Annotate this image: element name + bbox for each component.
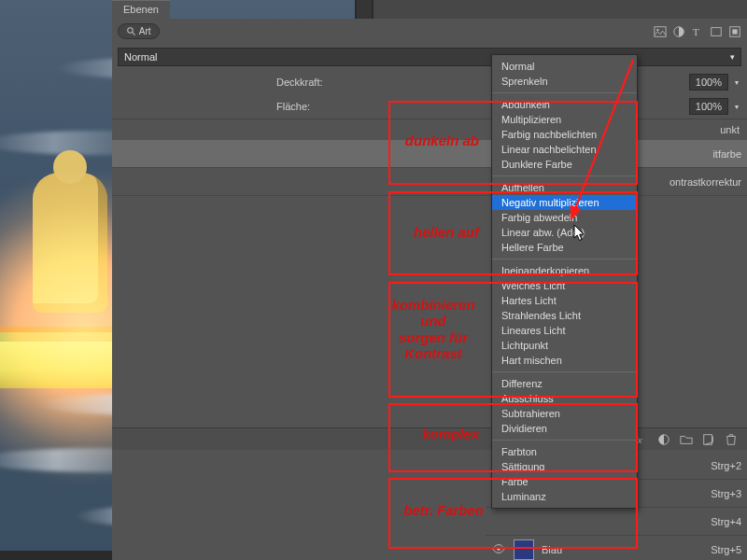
blend-mode-option[interactable]: Lineares Licht	[492, 323, 637, 338]
visibility-toggle[interactable]	[491, 542, 506, 557]
blend-mode-option[interactable]: Linear abw. (Add.)	[492, 225, 637, 240]
layers-filter-row: Art T	[112, 19, 747, 44]
svg-point-3	[656, 29, 658, 31]
blend-mode-option[interactable]: Luminanz	[492, 489, 637, 504]
blend-mode-option[interactable]: Hartes Licht	[492, 293, 637, 308]
blend-mode-option[interactable]: Lichtpunkt	[492, 338, 637, 353]
blend-mode-option[interactable]: Hellere Farbe	[492, 240, 637, 255]
blend-mode-option[interactable]: Strahlendes Licht	[492, 308, 637, 323]
blend-mode-option[interactable]: Farbe	[492, 474, 637, 489]
layer-filter-icons: T	[654, 25, 741, 38]
shape-filter-icon[interactable]	[710, 25, 723, 38]
trash-icon[interactable]	[725, 433, 738, 446]
blend-mode-option[interactable]: Linear nachbelichten	[492, 142, 637, 157]
blend-mode-dropdown[interactable]: Normal ▾	[118, 48, 741, 66]
channel-name: Blau	[542, 544, 711, 555]
blend-mode-option[interactable]: Dunklere Farbe	[492, 157, 637, 172]
blend-mode-option[interactable]: Negativ multiplizieren	[492, 195, 637, 210]
svg-rect-2	[655, 26, 666, 36]
layer-kind-filter[interactable]: Art	[118, 23, 160, 39]
opacity-value[interactable]: 100%	[689, 74, 728, 91]
blend-mode-option[interactable]: Sättigung	[492, 459, 637, 474]
layer-row[interactable]: ontrastkorrektur	[112, 168, 747, 196]
mouse-cursor-icon	[573, 224, 586, 243]
layers-panel-tab[interactable]: Ebenen	[112, 0, 170, 19]
opacity-stepper[interactable]: ▾	[732, 78, 741, 87]
search-icon	[126, 26, 136, 36]
fill-row: Fläche: 100% ▾	[112, 94, 747, 119]
layer-lock-row: unkt	[112, 119, 747, 140]
svg-point-12	[497, 547, 500, 551]
channel-shortcut: Strg+2	[711, 460, 741, 471]
svg-point-0	[128, 28, 134, 34]
new-layer-icon[interactable]	[702, 433, 715, 446]
blend-mode-option[interactable]: Farbig abwedeln	[492, 210, 637, 225]
fill-value[interactable]: 100%	[689, 98, 728, 115]
blend-mode-option[interactable]: Subtrahieren	[492, 406, 637, 421]
svg-rect-6	[712, 27, 722, 35]
blend-mode-option[interactable]: Hart mischen	[492, 353, 637, 368]
channel-row[interactable]: Blau Strg+5	[486, 536, 747, 560]
channel-shortcut: Strg+3	[711, 488, 741, 499]
layers-footer-icons: fx	[112, 427, 747, 450]
dropdown-caret-icon: ▾	[730, 52, 735, 62]
svg-line-1	[133, 33, 135, 35]
svg-text:T: T	[693, 26, 699, 37]
adjust-filter-icon[interactable]	[672, 25, 685, 38]
blend-mode-option[interactable]: Multiplizieren	[492, 112, 637, 127]
blend-mode-option[interactable]: Aufhellen	[492, 180, 637, 195]
mask-icon[interactable]	[657, 433, 670, 446]
eye-icon	[492, 542, 505, 555]
svg-rect-8	[732, 29, 737, 34]
blend-mode-menu[interactable]: Normal Sprenkeln Abdunkeln Multipliziere…	[491, 54, 638, 509]
blend-mode-option[interactable]: Weiches Licht	[492, 278, 637, 293]
channel-shortcut: Strg+5	[711, 544, 741, 555]
blend-mode-option[interactable]: Ineinanderkopieren	[492, 263, 637, 278]
type-filter-icon[interactable]: T	[691, 25, 704, 38]
layer-name: ontrastkorrektur	[118, 176, 741, 188]
lock-label-fragment: unkt	[720, 124, 740, 135]
blend-mode-option[interactable]: Sprenkeln	[492, 74, 637, 89]
fill-stepper[interactable]: ▾	[732, 103, 741, 111]
blend-mode-option[interactable]: Farbton	[492, 444, 637, 459]
layer-name: itfarbe	[118, 148, 741, 160]
smart-filter-icon[interactable]	[728, 25, 741, 38]
blend-mode-option[interactable]: Abdunkeln	[492, 97, 637, 112]
new-group-icon[interactable]	[680, 433, 693, 446]
blend-mode-value: Normal	[124, 51, 157, 63]
channel-shortcut: Strg+4	[711, 516, 741, 527]
blend-mode-option[interactable]: Dividieren	[492, 421, 637, 436]
blend-mode-option[interactable]: Farbig nachbelichten	[492, 127, 637, 142]
channel-thumb	[514, 539, 534, 560]
blend-mode-option[interactable]: Ausschluss	[492, 391, 637, 406]
layer-row[interactable]: itfarbe	[112, 140, 747, 168]
channel-row[interactable]: Strg+4	[486, 508, 747, 536]
layer-kind-label: Art	[139, 26, 151, 36]
blend-mode-option[interactable]: Differenz	[492, 376, 637, 391]
opacity-label: Deckkraft:	[276, 77, 323, 88]
image-filter-icon[interactable]	[654, 25, 667, 38]
opacity-row: Deckkraft: 100% ▾	[112, 70, 747, 94]
fill-label: Fläche:	[276, 101, 310, 112]
blend-mode-option[interactable]: Normal	[492, 59, 637, 74]
